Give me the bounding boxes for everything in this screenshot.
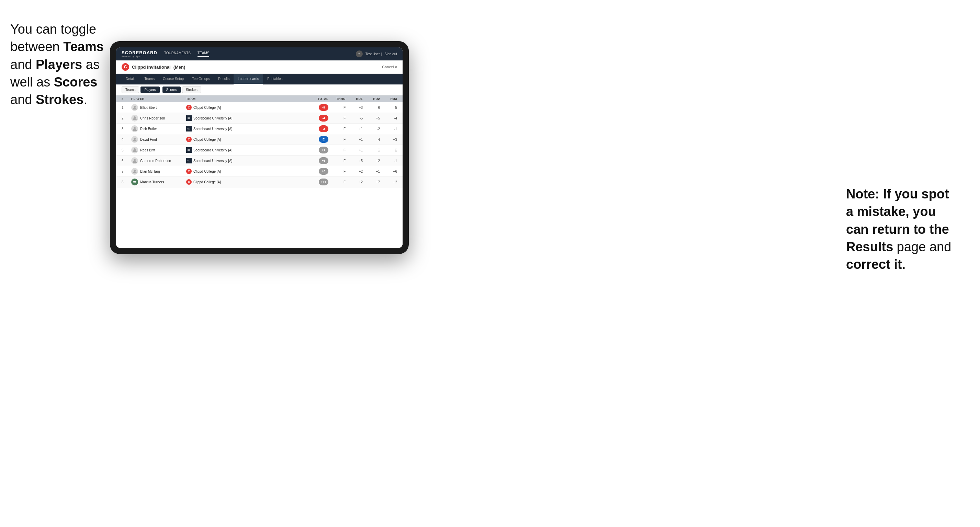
row-number: 2: [122, 116, 131, 120]
tab-results[interactable]: Results: [214, 74, 234, 84]
table-row[interactable]: 4 David Ford C Clippd College [A] E F +1…: [116, 134, 402, 145]
total-cell: +11: [304, 179, 328, 186]
rd2-val: +1: [363, 170, 380, 173]
player-cell: Blair McHarg: [131, 168, 186, 175]
team-logo: SB: [186, 115, 192, 121]
total-badge: -4: [319, 115, 328, 122]
player-cell: Elliot Ebert: [131, 104, 186, 111]
rd1-val: +2: [345, 180, 363, 184]
tournament-name: Clippd Invitational: [132, 65, 171, 70]
table-row[interactable]: 6 Cameron Robertson SB Scoreboard Univer…: [116, 156, 402, 166]
toggle-bar: Teams Players Scores Strokes: [116, 84, 402, 95]
thru-val: F: [328, 138, 345, 141]
nav-tournaments[interactable]: TOURNAMENTS: [164, 51, 191, 57]
tab-teams[interactable]: Teams: [140, 74, 159, 84]
total-badge: +6: [319, 168, 328, 175]
table-row[interactable]: 3 Rich Butler SB Scoreboard University […: [116, 124, 402, 134]
cancel-button[interactable]: Cancel ×: [382, 65, 397, 69]
table-row[interactable]: 1 Elliot Ebert C Clippd College [A] -8 F…: [116, 102, 402, 113]
player-name: Rich Butler: [140, 127, 157, 131]
scoreboard-logo: SCOREBOARD Powered by clippd: [122, 50, 158, 58]
player-avatar: MT: [131, 179, 138, 186]
player-cell: Rich Butler: [131, 125, 186, 132]
team-name: Clippd College [A]: [193, 138, 221, 141]
team-cell: C Clippd College [A]: [186, 105, 304, 110]
thru-val: F: [328, 127, 345, 131]
tab-printables[interactable]: Printables: [263, 74, 286, 84]
table-row[interactable]: 5 Rees Britt SB Scoreboard University [A…: [116, 145, 402, 156]
nav-teams[interactable]: TEAMS: [197, 51, 209, 57]
thru-val: F: [328, 180, 345, 184]
toggle-scores[interactable]: Scores: [162, 87, 181, 93]
table-row[interactable]: 7 Blair McHarg C Clippd College [A] +6 F…: [116, 166, 402, 177]
player-name: Blair McHarg: [140, 170, 160, 173]
team-cell: C Clippd College [A]: [186, 168, 304, 174]
team-logo: C: [186, 105, 192, 110]
tab-details[interactable]: Details: [122, 74, 140, 84]
rd3-val: -5: [380, 106, 397, 110]
player-cell: Rees Britt: [131, 147, 186, 154]
toggle-teams[interactable]: Teams: [122, 87, 139, 93]
tournament-gender: (Men): [173, 65, 186, 70]
player-avatar: [131, 168, 138, 175]
row-number: 1: [122, 106, 131, 110]
player-avatar: [131, 147, 138, 154]
rd2-val: +5: [363, 116, 380, 120]
player-name: David Ford: [140, 138, 157, 141]
rd3-val: -1: [380, 159, 397, 163]
rd1-val: +5: [345, 159, 363, 163]
rd2-val: +7: [363, 180, 380, 184]
team-cell: C Clippd College [A]: [186, 137, 304, 142]
player-avatar: [131, 125, 138, 132]
total-cell: E: [304, 136, 328, 143]
leaderboard-table: # PLAYER TEAM TOTAL THRU RD1 RD2 RD3 1 E…: [116, 95, 402, 248]
thru-val: F: [328, 106, 345, 110]
rd2-val: E: [363, 148, 380, 152]
table-row[interactable]: 8 MT Marcus Turners C Clippd College [A]…: [116, 177, 402, 187]
team-cell: C Clippd College [A]: [186, 179, 304, 185]
table-header: # PLAYER TEAM TOTAL THRU RD1 RD2 RD3: [116, 95, 402, 102]
table-row[interactable]: 2 Chris Robertson SB Scoreboard Universi…: [116, 113, 402, 124]
table-body: 1 Elliot Ebert C Clippd College [A] -8 F…: [116, 102, 402, 187]
team-logo: SB: [186, 158, 192, 163]
row-number: 3: [122, 127, 131, 131]
row-number: 7: [122, 170, 131, 173]
team-logo: SB: [186, 126, 192, 132]
thru-val: F: [328, 170, 345, 173]
rd3-val: +3: [380, 138, 397, 141]
col-thru: THRU: [328, 97, 345, 101]
team-cell: SB Scoreboard University [A]: [186, 115, 304, 121]
row-number: 5: [122, 148, 131, 152]
tab-course-setup[interactable]: Course Setup: [159, 74, 188, 84]
header-left: SCOREBOARD Powered by clippd TOURNAMENTS…: [122, 50, 209, 58]
tablet-screen: SCOREBOARD Powered by clippd TOURNAMENTS…: [116, 48, 402, 248]
player-avatar: [131, 115, 138, 122]
app-header: SCOREBOARD Powered by clippd TOURNAMENTS…: [116, 48, 402, 60]
team-cell: SB Scoreboard University [A]: [186, 126, 304, 132]
tab-tee-groups[interactable]: Tee Groups: [188, 74, 214, 84]
toggle-strokes[interactable]: Strokes: [182, 87, 201, 93]
player-avatar: [131, 104, 138, 111]
rd2-val: -4: [363, 138, 380, 141]
rd1-val: +1: [345, 138, 363, 141]
tab-leaderboards[interactable]: Leaderboards: [234, 74, 263, 84]
logo-title: SCOREBOARD: [122, 50, 158, 55]
total-cell: -8: [304, 104, 328, 111]
player-name: Elliot Ebert: [140, 106, 157, 110]
rd3-val: E: [380, 148, 397, 152]
team-logo: C: [186, 168, 192, 174]
player-cell: MT Marcus Turners: [131, 179, 186, 186]
toggle-players[interactable]: Players: [140, 87, 159, 93]
row-number: 8: [122, 180, 131, 184]
team-name: Scoreboard University [A]: [193, 116, 232, 120]
total-cell: +6: [304, 157, 328, 164]
col-player: PLAYER: [131, 97, 186, 101]
sign-out-link[interactable]: Sign out: [384, 52, 397, 56]
total-badge: -2: [319, 125, 328, 132]
team-cell: SB Scoreboard University [A]: [186, 158, 304, 163]
team-name: Clippd College [A]: [193, 170, 221, 173]
user-avatar: T: [356, 51, 363, 57]
team-logo: C: [186, 179, 192, 185]
thru-val: F: [328, 159, 345, 163]
player-cell: David Ford: [131, 136, 186, 143]
